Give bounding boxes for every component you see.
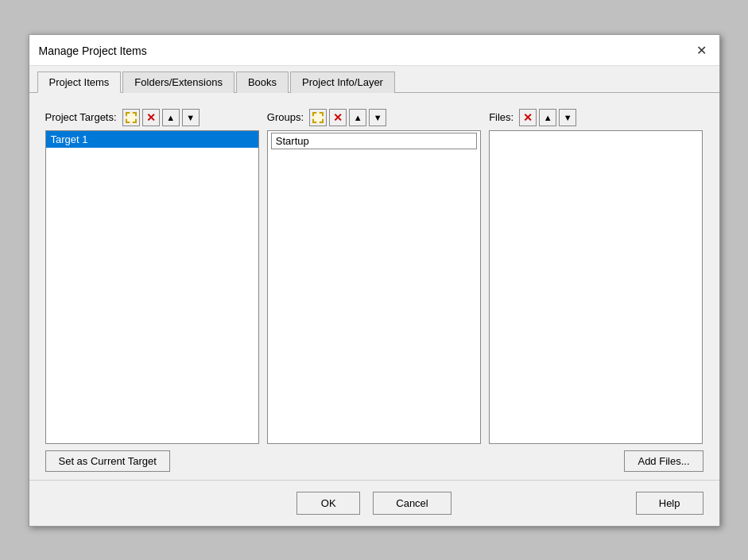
- groups-move-down-button[interactable]: [369, 109, 386, 126]
- group-entry: [268, 131, 480, 151]
- groups-add-button[interactable]: [309, 109, 327, 126]
- targets-header: Project Targets: ✕: [45, 107, 259, 128]
- tab-books[interactable]: Books: [236, 71, 289, 93]
- add-files-button[interactable]: Add Files...: [624, 450, 703, 472]
- tab-project-items[interactable]: Project Items: [37, 71, 122, 93]
- targets-label: Project Targets:: [45, 111, 117, 123]
- bottom-actions: Set as Current Target Add Files...: [45, 450, 703, 472]
- files-panel: Files: ✕: [489, 107, 703, 444]
- groups-header: Groups: ✕: [267, 107, 481, 128]
- tab-folders-extensions[interactable]: Folders/Extensions: [122, 71, 234, 93]
- cancel-button[interactable]: Cancel: [373, 492, 451, 515]
- targets-add-button[interactable]: [122, 109, 140, 126]
- group-name-input[interactable]: [271, 133, 477, 149]
- set-current-target-button[interactable]: Set as Current Target: [45, 450, 170, 472]
- arrow-down-icon: [374, 112, 382, 123]
- tab-project-info-layer[interactable]: Project Info/Layer: [290, 71, 395, 93]
- add-icon: [126, 112, 137, 123]
- ok-button[interactable]: OK: [296, 492, 360, 515]
- tabs-bar: Project Items Folders/Extensions Books P…: [29, 66, 719, 93]
- groups-delete-button[interactable]: ✕: [329, 109, 347, 126]
- files-move-down-button[interactable]: [559, 109, 576, 126]
- targets-delete-button[interactable]: ✕: [142, 109, 160, 126]
- content-area: Project Targets: ✕ T: [29, 93, 719, 480]
- panels-row: Project Targets: ✕ T: [45, 107, 703, 444]
- arrow-down-icon: [186, 112, 195, 123]
- targets-move-up-button[interactable]: [162, 109, 180, 126]
- list-item[interactable]: Target 1: [46, 131, 258, 148]
- delete-icon: ✕: [333, 111, 343, 124]
- arrow-down-icon: [564, 112, 572, 123]
- files-delete-button[interactable]: ✕: [519, 109, 537, 126]
- targets-list[interactable]: Target 1: [45, 130, 259, 444]
- project-targets-panel: Project Targets: ✕ T: [45, 107, 259, 444]
- delete-icon: ✕: [523, 111, 533, 124]
- manage-project-items-dialog: Manage Project Items ✕ Project Items Fol…: [29, 34, 720, 527]
- files-header: Files: ✕: [489, 107, 703, 128]
- dialog-title: Manage Project Items: [39, 44, 147, 57]
- dialog-footer: OK Cancel Help: [29, 480, 719, 526]
- arrow-up-icon: [166, 112, 175, 123]
- targets-move-down-button[interactable]: [182, 109, 200, 126]
- groups-list[interactable]: [267, 130, 481, 444]
- groups-move-up-button[interactable]: [349, 109, 366, 126]
- add-icon: [312, 112, 324, 123]
- arrow-up-icon: [544, 112, 552, 123]
- groups-label: Groups:: [267, 111, 304, 123]
- delete-icon: ✕: [146, 111, 156, 124]
- close-button[interactable]: ✕: [694, 43, 710, 59]
- files-list[interactable]: [489, 130, 703, 444]
- files-label: Files:: [489, 111, 514, 123]
- help-button[interactable]: Help: [636, 492, 703, 515]
- groups-panel: Groups: ✕: [267, 107, 481, 444]
- files-move-up-button[interactable]: [539, 109, 556, 126]
- arrow-up-icon: [354, 112, 362, 123]
- title-bar: Manage Project Items ✕: [29, 35, 719, 66]
